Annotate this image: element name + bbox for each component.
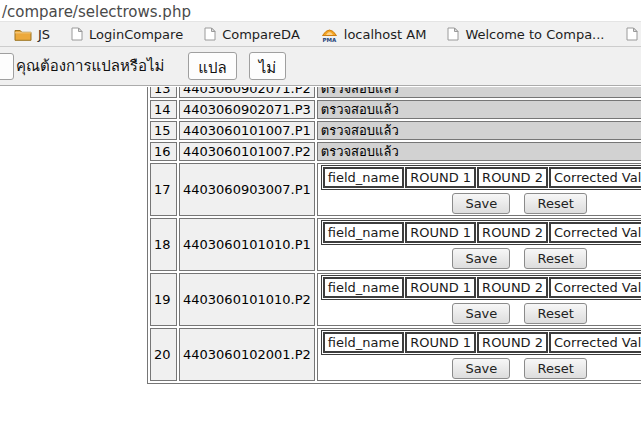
row-id-cell: 4403060102001.P2	[179, 328, 315, 381]
page-icon	[626, 27, 638, 41]
bookmark-label: LoginCompare	[89, 27, 183, 42]
editor-header-table: field_name ROUND 1 ROUND 2 Corrected Val…	[321, 275, 641, 300]
row-number-cell: 13	[150, 87, 177, 98]
partial-button[interactable]	[0, 53, 14, 80]
table-row: 14 4403060902071.P3 ตรวจสอบแล้ว	[150, 100, 641, 119]
inner-col-corrected-value: Corrected Value	[549, 167, 641, 188]
row-status-cell: ตรวจสอบแล้ว	[317, 121, 641, 140]
table-row: 17 4403060903007.P1 field_name ROUND 1 R…	[150, 163, 641, 216]
reset-button[interactable]: Reset	[524, 248, 586, 269]
save-button[interactable]: Save	[452, 358, 510, 379]
editor-buttons: Save Reset	[321, 248, 620, 269]
inner-col-field-name: field_name	[323, 332, 404, 353]
row-id-cell: 4403060101010.P1	[179, 218, 315, 271]
pma-icon: PMA	[321, 26, 338, 42]
row-number-cell: 14	[150, 100, 177, 119]
bookmark-item-welcome[interactable]: Welcome to Compa...	[447, 27, 604, 42]
svg-text:PMA: PMA	[322, 37, 337, 43]
table-row: 18 4403060101010.P1 field_name ROUND 1 R…	[150, 218, 641, 271]
row-number-cell: 19	[150, 273, 177, 326]
row-id-cell: 4403060101007.P2	[179, 142, 315, 161]
bookmark-item-localhost[interactable]: PMA localhost AM	[321, 26, 427, 42]
page-title: /compare/selectrows.php	[2, 3, 191, 21]
row-number-cell: 17	[150, 163, 177, 216]
table-row: 19 4403060101010.P2 field_name ROUND 1 R…	[150, 273, 641, 326]
row-status-cell: ตรวจสอบแล้ว	[317, 87, 641, 98]
inner-col-corrected-value: Corrected Value	[549, 332, 641, 353]
inner-col-round2: ROUND 2	[477, 222, 548, 243]
save-button[interactable]: Save	[452, 193, 510, 214]
inner-col-round1: ROUND 1	[405, 167, 476, 188]
row-id-cell: 4403060902071.P3	[179, 100, 315, 119]
row-editor-cell: field_name ROUND 1 ROUND 2 Corrected Val…	[317, 163, 641, 216]
translate-prompt: คุณต้องการแปลหรือไม่	[16, 54, 164, 78]
save-button[interactable]: Save	[452, 303, 510, 324]
row-status-cell: ตรวจสอบแล้ว	[317, 100, 641, 119]
row-editor-cell: field_name ROUND 1 ROUND 2 Corrected Val…	[317, 218, 641, 271]
folder-icon	[14, 27, 32, 41]
inner-col-round1: ROUND 1	[405, 277, 476, 298]
inner-col-round2: ROUND 2	[477, 332, 548, 353]
page-icon	[71, 27, 83, 41]
row-number-cell: 15	[150, 121, 177, 140]
bookmarks-bar: JS LoginCompare CompareDA PMA localhost …	[0, 21, 641, 47]
no-translate-button[interactable]: ไม่	[249, 52, 286, 80]
editor-header-table: field_name ROUND 1 ROUND 2 Corrected Val…	[321, 165, 641, 190]
inner-col-field-name: field_name	[323, 277, 404, 298]
editor-header-table: field_name ROUND 1 ROUND 2 Corrected Val…	[321, 220, 641, 245]
page-icon	[204, 27, 216, 41]
inner-col-field-name: field_name	[323, 222, 404, 243]
inner-col-round2: ROUND 2	[477, 167, 548, 188]
editor-buttons: Save Reset	[321, 193, 620, 214]
title-bar: /compare/selectrows.php	[0, 0, 641, 21]
bookmark-item-logincompare[interactable]: LoginCompare	[71, 27, 183, 42]
save-button[interactable]: Save	[452, 248, 510, 269]
inner-col-corrected-value: Corrected Value	[549, 222, 641, 243]
editor-buttons: Save Reset	[321, 358, 620, 379]
row-editor-cell: field_name ROUND 1 ROUND 2 Corrected Val…	[317, 328, 641, 381]
bookmark-label: CompareDA	[222, 27, 300, 42]
bookmark-label: localhost AM	[344, 27, 427, 42]
row-number-cell: 16	[150, 142, 177, 161]
row-status-cell: ตรวจสอบแล้ว	[317, 142, 641, 161]
bookmark-item-js[interactable]: JS	[14, 27, 50, 42]
bookmark-item-da[interactable]: da	[626, 27, 641, 42]
row-number-cell: 18	[150, 218, 177, 271]
inner-col-field-name: field_name	[323, 167, 404, 188]
reset-button[interactable]: Reset	[524, 358, 586, 379]
translate-button[interactable]: แปล	[188, 52, 236, 80]
reset-button[interactable]: Reset	[524, 193, 586, 214]
table-row: 20 4403060102001.P2 field_name ROUND 1 R…	[150, 328, 641, 381]
table-row: 13 4403060902071.P2 ตรวจสอบแล้ว	[150, 87, 641, 98]
row-id-cell: 4403060903007.P1	[179, 163, 315, 216]
row-id-cell: 4403060101007.P1	[179, 121, 315, 140]
row-id-cell: 4403060101010.P2	[179, 273, 315, 326]
translate-infobar: คุณต้องการแปลหรือไม่ แปล ไม่	[0, 47, 641, 86]
inner-col-round1: ROUND 1	[405, 332, 476, 353]
table-row: 15 4403060101007.P1 ตรวจสอบแล้ว	[150, 121, 641, 140]
row-number-cell: 20	[150, 328, 177, 381]
bookmark-label: JS	[38, 27, 50, 42]
browser-page: { "page": { "title": "/compare/selectrow…	[0, 0, 641, 421]
editor-header-table: field_name ROUND 1 ROUND 2 Corrected Val…	[321, 330, 641, 355]
row-editor-cell: field_name ROUND 1 ROUND 2 Corrected Val…	[317, 273, 641, 326]
rows-table-wrapper: 13 4403060902071.P2 ตรวจสอบแล้ว 14 44030…	[147, 87, 641, 384]
rows-table: 13 4403060902071.P2 ตรวจสอบแล้ว 14 44030…	[147, 87, 641, 384]
inner-col-round1: ROUND 1	[405, 222, 476, 243]
editor-buttons: Save Reset	[321, 303, 620, 324]
bookmark-label: Welcome to Compa...	[465, 27, 604, 42]
page-content: 13 4403060902071.P2 ตรวจสอบแล้ว 14 44030…	[0, 87, 641, 421]
page-icon	[447, 27, 459, 41]
table-row: 16 4403060101007.P2 ตรวจสอบแล้ว	[150, 142, 641, 161]
bookmark-item-compareda[interactable]: CompareDA	[204, 27, 300, 42]
reset-button[interactable]: Reset	[524, 303, 586, 324]
inner-col-round2: ROUND 2	[477, 277, 548, 298]
row-id-cell: 4403060902071.P2	[179, 87, 315, 98]
inner-col-corrected-value: Corrected Value	[549, 277, 641, 298]
